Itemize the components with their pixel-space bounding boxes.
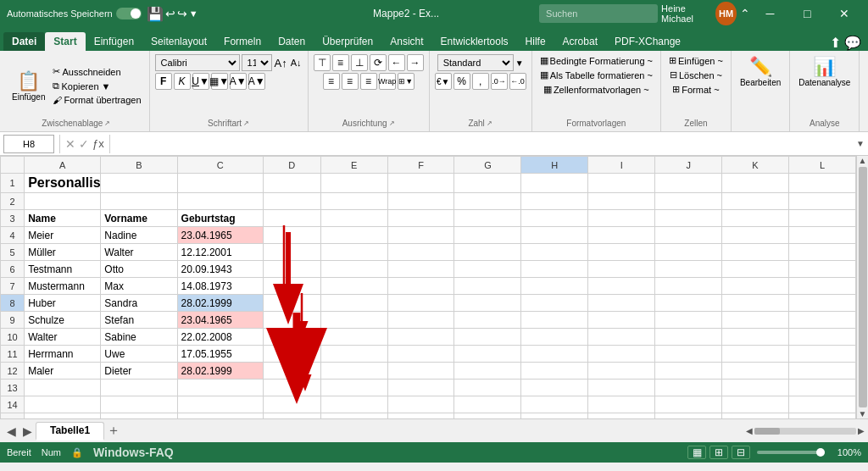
table-cell[interactable] xyxy=(521,346,588,363)
table-cell[interactable]: 28.02.1999 xyxy=(177,363,263,380)
tab-scroll-right-icon[interactable]: ▶ xyxy=(19,424,36,438)
table-cell[interactable]: Testmann xyxy=(25,261,101,278)
insert-function-icon[interactable]: ƒx xyxy=(92,137,104,150)
table-cell[interactable] xyxy=(454,413,521,419)
table-cell[interactable] xyxy=(521,413,588,419)
table-cell[interactable] xyxy=(521,380,588,396)
table-cell[interactable] xyxy=(320,363,387,380)
autosave-toggle[interactable]: Automatisches Speichern xyxy=(7,8,142,19)
ribbon-toggle-icon[interactable]: ⌃ xyxy=(740,7,750,20)
col-header-i[interactable]: I xyxy=(588,157,655,174)
wrap-text-button[interactable]: Wrap xyxy=(379,73,396,90)
italic-button[interactable]: K xyxy=(174,73,191,90)
table-cell[interactable]: Stefan xyxy=(101,312,177,329)
table-cell[interactable]: 17.05.1955 xyxy=(177,346,263,363)
cell-reference-input[interactable] xyxy=(3,135,54,153)
align-middle-button[interactable]: ≡ xyxy=(332,54,349,71)
col-header-e[interactable]: E xyxy=(320,157,387,174)
confidential-button[interactable]: 🔒 Vertraulichkeit xyxy=(865,54,868,89)
align-right-button[interactable]: ≡ xyxy=(360,73,377,90)
table-cell[interactable] xyxy=(320,295,387,312)
as-table-button[interactable]: ▦ Als Tabelle formatieren ~ xyxy=(537,69,655,81)
col-header-f[interactable]: F xyxy=(387,157,454,174)
table-cell[interactable] xyxy=(264,278,321,295)
insert-button[interactable]: ⊞ Einfügen ~ xyxy=(666,54,726,67)
table-cell[interactable] xyxy=(320,329,387,346)
table-cell[interactable] xyxy=(788,380,855,396)
undo-icon[interactable]: ↩ xyxy=(165,7,175,20)
cancel-formula-icon[interactable]: ✕ xyxy=(65,137,75,151)
table-cell[interactable] xyxy=(588,413,655,419)
delete-button[interactable]: ⊟ Löschen ~ xyxy=(667,69,725,81)
col-header-g[interactable]: G xyxy=(454,157,521,174)
table-cell[interactable] xyxy=(588,278,655,295)
table-cell[interactable] xyxy=(722,413,789,419)
edit-button[interactable]: ✏️ Bearbeiten xyxy=(737,54,784,89)
table-cell[interactable]: 14.08.1973 xyxy=(177,278,263,295)
conditional-format-button[interactable]: ▦ Bedingte Formatierung ~ xyxy=(537,54,655,67)
table-cell[interactable]: Personalliste xyxy=(25,174,101,193)
table-cell[interactable] xyxy=(264,295,321,312)
table-cell[interactable] xyxy=(264,329,321,346)
table-cell[interactable] xyxy=(788,244,855,261)
table-cell[interactable] xyxy=(655,174,722,193)
normal-view-button[interactable]: ▦ xyxy=(687,446,706,459)
table-cell[interactable]: Walter xyxy=(101,244,177,261)
table-cell[interactable] xyxy=(320,312,387,329)
table-cell[interactable] xyxy=(454,380,521,396)
table-cell[interactable] xyxy=(454,363,521,380)
col-header-b[interactable]: B xyxy=(101,157,177,174)
table-cell[interactable] xyxy=(521,295,588,312)
col-header-h[interactable]: H xyxy=(521,157,588,174)
table-cell[interactable]: Meier xyxy=(25,227,101,244)
table-cell[interactable] xyxy=(387,413,454,419)
cell-styles-button[interactable]: ▦ Zellenformatvorlagen ~ xyxy=(541,83,652,96)
redo-icon[interactable]: ↪ xyxy=(177,7,187,20)
table-cell[interactable] xyxy=(588,174,655,193)
maximize-button[interactable]: □ xyxy=(790,0,824,27)
table-cell[interactable] xyxy=(788,363,855,380)
paste-button[interactable]: 📋 Einfügen xyxy=(8,69,48,103)
table-cell[interactable]: Mustermann xyxy=(25,278,101,295)
border-button[interactable]: ▦▼ xyxy=(211,73,228,90)
table-cell[interactable] xyxy=(521,244,588,261)
table-cell[interactable] xyxy=(387,312,454,329)
table-cell[interactable] xyxy=(320,396,387,413)
table-cell[interactable] xyxy=(722,227,789,244)
table-cell[interactable] xyxy=(320,193,387,210)
tab-seitenlayout[interactable]: Seitenlayout xyxy=(142,32,215,51)
table-cell[interactable] xyxy=(454,227,521,244)
hscroll-track[interactable] xyxy=(754,428,856,435)
table-cell[interactable] xyxy=(655,210,722,227)
sheet-tab-tabelle1[interactable]: Tabelle1 xyxy=(36,422,104,441)
table-cell[interactable] xyxy=(387,193,454,210)
number-format-select[interactable]: Standard xyxy=(437,54,514,71)
table-cell[interactable] xyxy=(387,244,454,261)
zoom-thumb[interactable] xyxy=(816,448,825,457)
table-cell[interactable]: Herrmann xyxy=(25,346,101,363)
table-cell[interactable] xyxy=(25,380,101,396)
table-cell[interactable] xyxy=(454,174,521,193)
table-cell[interactable] xyxy=(655,346,722,363)
table-cell[interactable]: Maler xyxy=(25,363,101,380)
table-cell[interactable] xyxy=(320,346,387,363)
table-cell[interactable] xyxy=(722,244,789,261)
table-cell[interactable] xyxy=(454,396,521,413)
table-cell[interactable]: Dieter xyxy=(101,363,177,380)
table-cell[interactable] xyxy=(521,210,588,227)
table-cell[interactable] xyxy=(454,295,521,312)
format-painter-button[interactable]: 🖌 Format übertragen xyxy=(50,94,143,106)
table-cell[interactable] xyxy=(177,413,263,419)
table-cell[interactable] xyxy=(788,312,855,329)
table-cell[interactable] xyxy=(722,346,789,363)
table-cell[interactable] xyxy=(722,278,789,295)
tab-ueberpruefen[interactable]: Überprüfen xyxy=(314,32,381,51)
add-sheet-button[interactable]: ＋ xyxy=(104,422,123,441)
table-cell[interactable] xyxy=(788,346,855,363)
table-cell[interactable] xyxy=(264,312,321,329)
table-cell[interactable] xyxy=(387,380,454,396)
user-avatar[interactable]: HM xyxy=(715,2,736,25)
table-cell[interactable] xyxy=(788,261,855,278)
font-size-down-icon[interactable]: A↓ xyxy=(290,57,303,69)
table-cell[interactable] xyxy=(521,278,588,295)
